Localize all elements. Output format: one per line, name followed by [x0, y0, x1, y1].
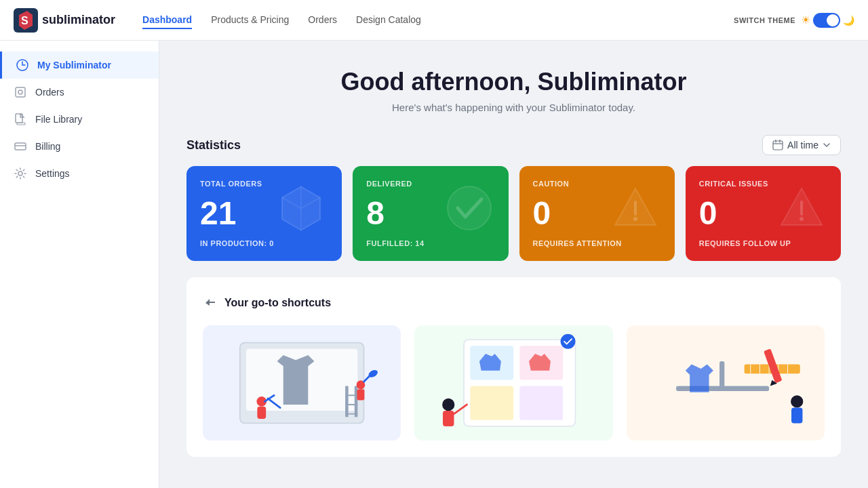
logo[interactable]: S subliminator [14, 8, 115, 33]
svg-point-9 [18, 171, 22, 176]
svg-point-4 [18, 90, 22, 94]
sidebar-item-settings[interactable]: Settings [0, 160, 159, 187]
sidebar-label-file-library: File Library [35, 114, 82, 125]
billing-icon [14, 140, 27, 153]
top-navigation: S subliminator Dashboard Products & Pric… [0, 0, 868, 41]
warning-icon-red [776, 183, 827, 244]
nav-dashboard[interactable]: Dashboard [142, 12, 192, 29]
sidebar-item-billing[interactable]: Billing [0, 133, 159, 160]
orders-icon [14, 85, 27, 99]
stats-cards: TOTAL ORDERS 21 IN PRODUCTION: 0 DELIVER… [186, 166, 841, 261]
theme-toggle[interactable] [813, 13, 840, 28]
svg-rect-10 [773, 141, 783, 150]
main-content: Good afternoon, Subliminator Here's what… [159, 41, 868, 488]
svg-point-14 [448, 186, 491, 230]
theme-icons: ☀ 🌙 [801, 13, 854, 28]
sidebar-item-my-subliminator[interactable]: My Subliminator [0, 52, 159, 79]
greeting-section: Good afternoon, Subliminator Here's what… [186, 68, 841, 113]
svg-text:S: S [21, 15, 28, 26]
svg-rect-22 [257, 407, 266, 419]
nav-design-catalog[interactable]: Design Catalog [356, 12, 421, 29]
svg-point-40 [442, 399, 454, 411]
toggle-knob [827, 14, 839, 26]
svg-rect-37 [471, 386, 514, 420]
settings-icon [14, 167, 27, 180]
svg-rect-6 [17, 123, 25, 125]
theme-label: SWITCH THEME [734, 16, 795, 24]
brand-name: subliminator [42, 13, 115, 27]
sidebar-item-orders[interactable]: Orders [0, 79, 159, 106]
sidebar-label-settings: Settings [35, 168, 70, 179]
chevron-down-icon [823, 141, 831, 149]
checkmark-icon [444, 183, 495, 244]
sidebar-label-my-subliminator: My Subliminator [37, 60, 111, 70]
sidebar-label-orders: Orders [35, 87, 64, 98]
svg-rect-44 [719, 361, 724, 389]
svg-rect-38 [520, 386, 564, 420]
calendar-icon [772, 140, 783, 150]
logo-icon: S [14, 8, 38, 33]
svg-rect-53 [791, 408, 802, 424]
shortcut-illus-3 [627, 325, 825, 441]
stat-card-caution[interactable]: CAUTION 0 REQUIRES ATTENTION [519, 166, 675, 261]
stat-card-total-orders[interactable]: TOTAL ORDERS 21 IN PRODUCTION: 0 [186, 166, 342, 261]
shortcuts-section: Your go-to shortcuts [186, 277, 841, 457]
nav-orders[interactable]: Orders [308, 12, 337, 29]
svg-rect-7 [15, 143, 26, 150]
moon-icon: 🌙 [843, 15, 854, 26]
nav-links: Dashboard Products & Pricing Orders Desi… [142, 12, 734, 29]
svg-rect-25 [345, 386, 349, 418]
svg-point-52 [791, 395, 803, 407]
stats-header: Statistics All time [186, 135, 841, 155]
svg-point-18 [800, 217, 804, 221]
greeting-subtitle: Here's what's happening with your Sublim… [186, 102, 841, 113]
shortcuts-header: Your go-to shortcuts [203, 293, 825, 312]
svg-point-16 [633, 217, 637, 221]
shortcuts-title: Your go-to shortcuts [224, 297, 331, 309]
file-library-icon [14, 113, 27, 126]
shortcut-illus-1 [203, 325, 401, 441]
svg-rect-31 [357, 389, 364, 400]
warning-icon-yellow [610, 183, 661, 244]
shortcuts-icon [203, 293, 218, 312]
greeting-title: Good afternoon, Subliminator [186, 68, 841, 96]
svg-rect-41 [443, 411, 454, 426]
time-filter-label: All time [787, 140, 818, 150]
shortcut-card-catalog[interactable] [414, 325, 612, 441]
main-layout: × My Subliminator Orders [0, 41, 868, 488]
sidebar-item-file-library[interactable]: File Library [0, 106, 159, 133]
stats-title: Statistics [186, 138, 241, 152]
svg-point-39 [561, 334, 576, 349]
shortcuts-grid [203, 325, 825, 441]
theme-switcher: SWITCH THEME ☀ 🌙 [734, 13, 854, 28]
svg-line-33 [364, 375, 370, 382]
stat-card-delivered[interactable]: DELIVERED 8 FULFILLED: 14 [353, 166, 508, 261]
sun-icon: ☀ [801, 14, 810, 26]
shortcut-card-product[interactable] [203, 325, 401, 441]
sidebar: × My Subliminator Orders [0, 41, 159, 488]
shortcut-illus-2 [414, 325, 612, 441]
nav-products-pricing[interactable]: Products & Pricing [211, 12, 289, 29]
box-icon [274, 182, 328, 246]
time-filter-button[interactable]: All time [762, 135, 841, 155]
stat-card-critical-issues[interactable]: CRITICAL ISSUES 0 REQUIRES FOLLOW UP [686, 166, 841, 261]
sidebar-label-billing: Billing [35, 141, 60, 152]
dashboard-icon [16, 58, 29, 72]
shortcut-card-design[interactable] [627, 325, 825, 441]
svg-rect-3 [16, 87, 25, 97]
